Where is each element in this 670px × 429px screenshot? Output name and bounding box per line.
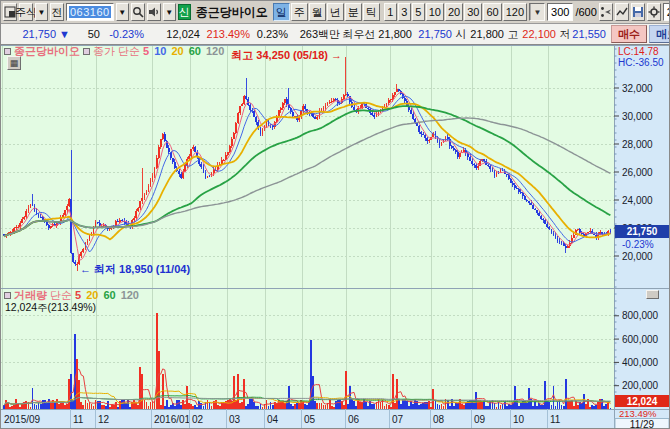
x-axis-label-05: 05: [304, 414, 315, 425]
volume-caption: 12,024주(213.49%): [5, 302, 96, 313]
svg-text:800,000: 800,000: [622, 310, 659, 321]
sell-button[interactable]: 매도: [649, 25, 670, 43]
volume-ma-period-60: 60: [103, 290, 115, 301]
bars-shown-input[interactable]: 300: [547, 3, 573, 21]
stock-name-label: 종근당바이오: [193, 4, 271, 21]
main-toolbar: 주식 ▼ 전 063160 ▼ ▼ 신 종근당바이오 일주월년분틱 135102…: [1, 1, 670, 23]
high-change-value: HC:-36.50: [618, 57, 664, 68]
svg-text:24,000: 24,000: [622, 195, 653, 206]
quote-cell-9: 21,750: [415, 25, 455, 43]
quote-info-bar: 21,750 ▼50-0.23%12,024213.49%0.23%263백만최…: [1, 23, 670, 45]
x-axis-label-2016/01: 2016/01: [154, 414, 190, 425]
quote-cell-11: 21,800: [467, 25, 507, 43]
low-annotation-text: 최저 18,950 (11/04): [94, 263, 190, 275]
x-axis-separator: [547, 409, 548, 429]
legend-periods: 52060120: [75, 290, 139, 301]
speaker-dropdown-icon[interactable]: ▼: [163, 3, 176, 21]
legend-stock-name: 종근당바이오: [14, 46, 80, 57]
gear-icon[interactable]: [647, 3, 661, 21]
minute-button-3[interactable]: 3: [398, 3, 411, 21]
current-price-value: 21,750: [627, 226, 658, 237]
period-button-일[interactable]: 일: [273, 3, 290, 21]
period-button-월[interactable]: 월: [309, 3, 326, 21]
arrow-left-icon: ←: [80, 263, 91, 275]
svg-text:32,000: 32,000: [622, 83, 653, 94]
x-axis-label-2015/09: 2015/09: [4, 414, 40, 425]
ma-period-60: 60: [189, 46, 201, 57]
minute-button-1[interactable]: 1: [384, 3, 397, 21]
legend-square-icon: [4, 48, 11, 55]
x-axis-separator: [301, 409, 302, 429]
x-axis-separator: [510, 409, 511, 429]
pane-collapse-button[interactable]: [646, 290, 659, 299]
stock-code-value: 063160: [69, 6, 111, 18]
minute-button-20[interactable]: 20: [445, 3, 463, 21]
x-axis-label-09: 09: [474, 414, 485, 425]
x-axis-separator: [345, 409, 346, 429]
price-pane-bg: [1, 45, 614, 288]
period-button-group: 일주월년분틱: [273, 3, 380, 21]
arrow-right-icon: →: [331, 49, 342, 61]
chart-grid-button[interactable]: ▦: [7, 56, 21, 70]
asset-type-select[interactable]: 주식: [19, 3, 33, 21]
current-price-pct: -0.23%: [622, 239, 654, 250]
svg-text:600,000: 600,000: [622, 334, 659, 345]
svg-text:30,000: 30,000: [622, 111, 653, 122]
volume-legend: 거래량 단순 52060120: [4, 290, 139, 301]
volume-legend-name: 거래량: [14, 290, 47, 301]
save-icon[interactable]: [631, 3, 645, 21]
price-legend: 종근당바이오 종가 단순 5102060120: [4, 46, 224, 57]
interval-combo[interactable]: ▼: [529, 3, 545, 21]
x-axis-separator: [151, 409, 152, 429]
cursor-date-value: 11/29: [630, 419, 655, 429]
x-axis-label-02: 02: [192, 414, 203, 425]
quote-cell-2: -0.23%: [103, 25, 147, 43]
quote-cell-7: 최우선: [343, 25, 375, 43]
minute-button-30[interactable]: 30: [464, 3, 482, 21]
minute-button-10[interactable]: 10: [426, 3, 444, 21]
period-button-주[interactable]: 주: [291, 3, 308, 21]
all-market-button[interactable]: 전: [50, 3, 64, 21]
x-axis-separator: [189, 409, 190, 429]
new-stock-badge: 신: [178, 4, 191, 20]
asset-type-dropdown-icon[interactable]: ▼: [35, 3, 48, 21]
minute-button-120[interactable]: 120: [503, 3, 527, 21]
speaker-icon[interactable]: [147, 3, 161, 21]
period-button-틱[interactable]: 틱: [363, 3, 380, 21]
period-button-년[interactable]: 년: [327, 3, 344, 21]
period-button-분[interactable]: 분: [345, 3, 362, 21]
legend-square-icon: [4, 292, 11, 299]
x-axis-separator: [70, 409, 71, 429]
x-axis-labels: 2015/0911122016/0102030405060708091011: [1, 409, 614, 429]
x-axis-separator: [95, 409, 96, 429]
ma-period-120: 120: [206, 46, 224, 57]
x-axis-label-10: 10: [513, 414, 524, 425]
bars-total-label: /600: [575, 6, 596, 18]
cursor-tool-icon[interactable]: [599, 3, 613, 21]
x-axis-label-11: 11: [550, 414, 560, 425]
x-axis-separator: [389, 409, 390, 429]
date-field[interactable]: 2016/11/29: [663, 3, 670, 21]
svg-text:400,000: 400,000: [622, 357, 659, 368]
minute-button-5[interactable]: 5: [412, 3, 425, 21]
minute-button-60[interactable]: 60: [483, 3, 501, 21]
quote-cell-14: 저: [559, 25, 571, 43]
ma-period-5: 5: [143, 46, 149, 57]
volume-legend-type: 단순: [50, 290, 72, 301]
x-axis-label-07: 07: [392, 414, 403, 425]
svg-text:20,000: 20,000: [622, 251, 653, 262]
price-volume-chart[interactable]: 20,00022,00024,00026,00028,00030,00032,0…: [1, 45, 670, 429]
search-icon[interactable]: [131, 3, 145, 21]
legend-periods: 5102060120: [143, 46, 224, 57]
quote-cell-0: 21,750 ▼: [3, 25, 73, 43]
buy-button[interactable]: 매수: [611, 25, 647, 43]
code-dropdown-icon[interactable]: ▼: [116, 3, 129, 21]
ma-period-20: 20: [171, 46, 183, 57]
chevron-down-icon: ▼: [530, 4, 544, 20]
quote-cell-4: 213.49%: [203, 25, 253, 43]
trendline-tool-icon[interactable]: [615, 3, 629, 21]
quote-cell-12: 고: [507, 25, 519, 43]
quote-values: 21,750 ▼50-0.23%12,024213.49%0.23%263백만최…: [3, 25, 609, 43]
stock-code-input[interactable]: 063160: [66, 3, 114, 21]
quote-cell-5: 0.23%: [253, 25, 291, 43]
